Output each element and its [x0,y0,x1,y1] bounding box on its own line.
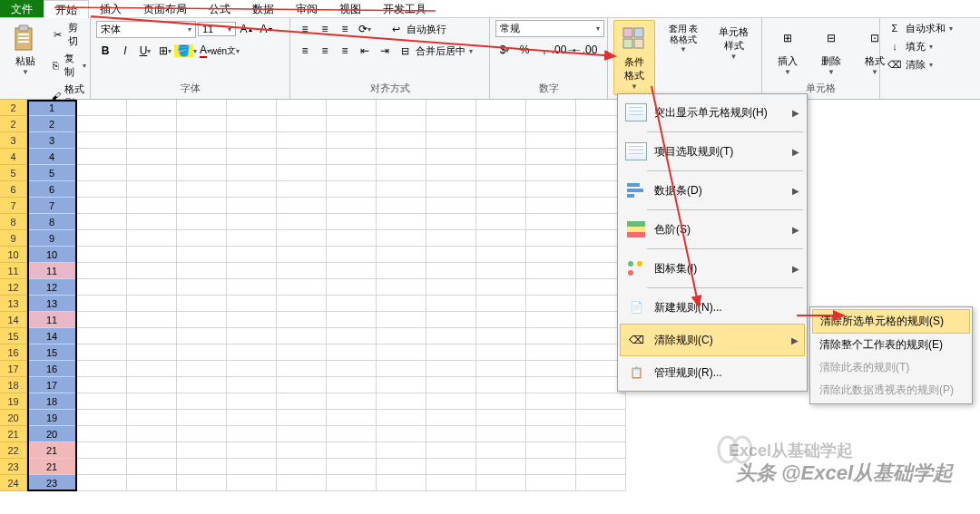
empty-cell[interactable] [476,361,526,377]
empty-cell[interactable] [526,263,576,279]
menu-top-bottom[interactable]: 项目选取规则(T)▶ [620,135,805,168]
decrease-indent-button[interactable]: ⇤ [356,42,374,60]
italic-button[interactable]: I [116,42,134,60]
empty-cell[interactable] [227,410,277,426]
empty-cell[interactable] [77,279,127,296]
spreadsheet-grid[interactable]: 2122334455667788991010111112121313141115… [0,100,980,491]
empty-cell[interactable] [77,377,127,393]
empty-cell[interactable] [177,296,227,312]
clear-button[interactable]: ⌫清除▾ [886,56,955,73]
empty-cell[interactable] [277,377,327,393]
empty-cell[interactable] [277,263,327,279]
empty-cell[interactable] [476,165,526,181]
empty-cell[interactable] [227,475,277,491]
empty-cell[interactable] [227,393,277,410]
tab-file[interactable]: 文件 [0,0,44,17]
empty-cell[interactable] [77,312,127,328]
empty-cell[interactable] [576,410,626,426]
empty-cell[interactable] [327,426,377,442]
empty-cell[interactable] [177,230,227,247]
empty-cell[interactable] [377,296,426,312]
empty-cell[interactable] [227,198,277,214]
empty-cell[interactable] [177,475,227,491]
empty-cell[interactable] [476,230,526,247]
empty-cell[interactable] [327,459,377,475]
empty-cell[interactable] [177,100,227,116]
empty-cell[interactable] [127,312,177,328]
empty-cell[interactable] [177,459,227,475]
empty-cell[interactable] [77,132,127,149]
empty-cell[interactable] [127,442,177,459]
empty-cell[interactable] [426,263,476,279]
data-cell[interactable]: 13 [27,296,77,312]
empty-cell[interactable] [476,116,526,132]
empty-cell[interactable] [426,165,476,181]
empty-cell[interactable] [177,344,227,361]
tab-developer[interactable]: 开发工具 [372,0,437,17]
empty-cell[interactable] [327,100,377,116]
empty-cell[interactable] [227,279,277,296]
number-format-combo[interactable]: 常规▾ [495,20,604,37]
row-header[interactable]: 13 [0,296,27,312]
empty-cell[interactable] [377,459,426,475]
empty-cell[interactable] [277,328,327,344]
data-cell[interactable]: 11 [27,263,77,279]
empty-cell[interactable] [227,149,277,165]
underline-button[interactable]: U▾ [136,42,154,60]
empty-cell[interactable] [77,116,127,132]
empty-cell[interactable] [77,263,127,279]
empty-cell[interactable] [426,410,476,426]
empty-cell[interactable] [327,393,377,410]
row-header[interactable]: 21 [0,426,27,442]
empty-cell[interactable] [377,165,426,181]
empty-cell[interactable] [426,149,476,165]
empty-cell[interactable] [77,149,127,165]
empty-cell[interactable] [576,426,626,442]
empty-cell[interactable] [177,165,227,181]
empty-cell[interactable] [327,296,377,312]
empty-cell[interactable] [526,459,576,475]
empty-cell[interactable] [277,442,327,459]
empty-cell[interactable] [277,361,327,377]
delete-cells-button[interactable]: ⊟删除▼ [811,20,851,80]
accounting-format-button[interactable]: $▾ [495,41,514,59]
empty-cell[interactable] [377,149,426,165]
empty-cell[interactable] [476,344,526,361]
conditional-format-button[interactable]: 条件格式 ▼ [613,20,655,95]
empty-cell[interactable] [377,263,426,279]
menu-clear-rules[interactable]: ⌫ 清除规则(C)▶ [620,324,805,356]
data-cell[interactable]: 15 [27,344,77,361]
empty-cell[interactable] [177,328,227,344]
align-bottom-button[interactable]: ≡ [336,20,354,38]
empty-cell[interactable] [327,116,377,132]
paste-button[interactable]: 粘贴 ▼ [5,20,45,80]
empty-cell[interactable] [377,361,426,377]
empty-cell[interactable] [77,100,127,116]
empty-cell[interactable] [277,132,327,149]
empty-cell[interactable] [227,100,277,116]
empty-cell[interactable] [526,410,576,426]
empty-cell[interactable] [177,132,227,149]
empty-cell[interactable] [327,149,377,165]
row-header[interactable]: 15 [0,328,27,344]
empty-cell[interactable] [426,181,476,198]
empty-cell[interactable] [426,100,476,116]
data-cell[interactable]: 11 [27,312,77,328]
empty-cell[interactable] [377,312,426,328]
empty-cell[interactable] [526,442,576,459]
empty-cell[interactable] [327,361,377,377]
empty-cell[interactable] [77,475,127,491]
empty-cell[interactable] [476,198,526,214]
font-size-combo[interactable]: 11▾ [198,22,236,36]
empty-cell[interactable] [426,393,476,410]
empty-cell[interactable] [127,165,177,181]
empty-cell[interactable] [576,459,626,475]
menu-new-rule[interactable]: 📄 新建规则(N)... [620,291,805,324]
empty-cell[interactable] [377,181,426,198]
empty-cell[interactable] [526,181,576,198]
empty-cell[interactable] [327,312,377,328]
empty-cell[interactable] [426,442,476,459]
empty-cell[interactable] [377,279,426,296]
row-header[interactable]: 10 [0,247,27,263]
data-cell[interactable]: 17 [27,377,77,393]
